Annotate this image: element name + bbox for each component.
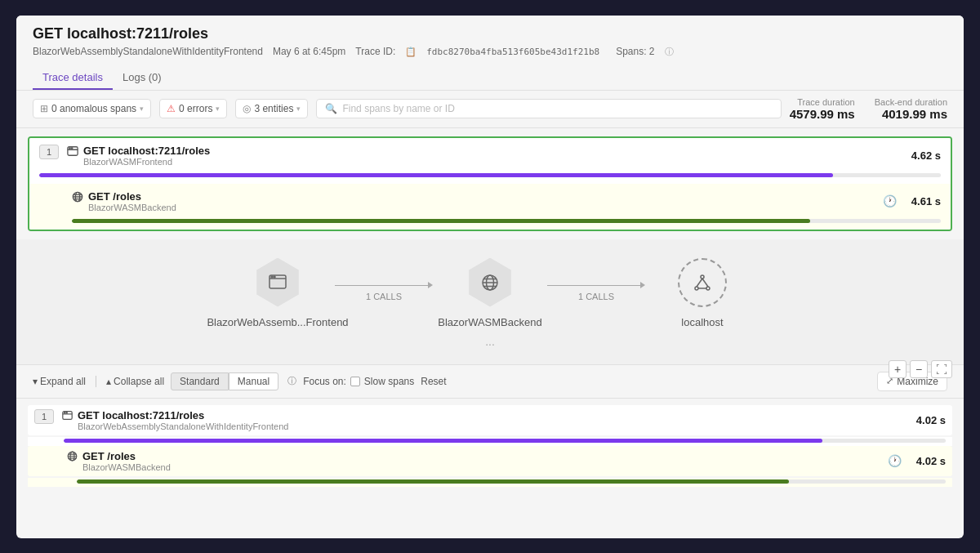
slow-spans-label: Slow spans <box>364 376 414 387</box>
trace-duration-label: Trace duration <box>790 97 855 107</box>
zoom-out-button[interactable]: − <box>910 360 928 378</box>
view-standard-button[interactable]: Standard <box>171 372 229 390</box>
connector-1: 1 CALLS <box>335 282 433 301</box>
zoom-fit-button[interactable] <box>931 360 952 378</box>
controls-bar: ▾ Expand all ▴ Collapse all Standard Man… <box>16 364 964 399</box>
chevron-down-icon2: ▾ <box>216 105 220 113</box>
span-duration-1: 4.62 s <box>902 149 941 162</box>
separator-1 <box>96 376 96 387</box>
service-node-backend[interactable]: BlazorWASMBackend <box>433 256 547 328</box>
svg-point-20 <box>706 287 710 290</box>
bottom-span-number-1: 1 <box>34 409 54 424</box>
bottom-span-name-1: GET localhost:7211/roles <box>78 409 906 421</box>
zoom-in-button[interactable]: + <box>889 360 906 378</box>
page-title: GET localhost:7211/roles <box>33 25 947 42</box>
entity-icon: ◎ <box>243 103 251 114</box>
connector-label-1: 1 CALLS <box>366 292 402 301</box>
tab-logs[interactable]: Logs (0) <box>113 66 172 90</box>
node-label-localhost: localhost <box>681 316 723 328</box>
spans-count: Spans: 2 <box>616 46 654 57</box>
search-placeholder: Find spans by name or ID <box>342 103 454 114</box>
error-icon: ⚠ <box>167 103 176 114</box>
trace-duration: Trace duration 4579.99 ms <box>790 97 855 121</box>
chevron-down-icon3: ▾ <box>296 105 301 113</box>
spotlight-section: 1 GET localhost:7211/roles BlazorWASMFro… <box>28 136 952 231</box>
service-name: BlazorWebAssemblyStandaloneWithIdentityF… <box>33 46 263 57</box>
header-meta: BlazorWebAssemblyStandaloneWithIdentityF… <box>33 46 947 58</box>
bottom-span-service-2: BlazorWASMBackend <box>82 462 888 472</box>
hexagon-backend <box>463 256 517 310</box>
info-icon: ⓘ <box>665 46 674 58</box>
hexagon-frontend <box>251 256 305 310</box>
entities-filter[interactable]: ◎ 3 entities ▾ <box>235 99 308 118</box>
errors-label: 0 errors <box>179 103 212 114</box>
clock-icon: 🕐 <box>883 194 897 207</box>
bottom-bar-fill-1 <box>64 439 822 443</box>
chevron-down-icon: ▾ <box>140 105 144 113</box>
collapse-all-label: Collapse all <box>114 376 164 387</box>
connector-2: 1 CALLS <box>547 282 645 301</box>
node-label-backend: BlazorWASMBackend <box>438 316 541 328</box>
svg-line-21 <box>697 279 702 287</box>
svg-point-27 <box>66 412 67 413</box>
bottom-span-row-2[interactable]: GET /roles BlazorWASMBackend 🕐 4.02 s <box>28 446 952 476</box>
anomalous-filter[interactable]: ⊞ 0 anomalous spans ▾ <box>33 99 151 118</box>
bar-fill-2 <box>72 219 810 223</box>
bottom-span-duration-2: 4.02 s <box>906 455 946 467</box>
expand-all-button[interactable]: ▾ Expand all <box>33 376 86 387</box>
service-map: BlazorWebAssemb...Frontend 1 CALLS <box>16 239 964 364</box>
anomalous-label: 0 anomalous spans <box>51 103 136 114</box>
bottom-span-name-2: GET /roles <box>82 450 888 462</box>
bottom-clock-icon: 🕐 <box>888 454 902 467</box>
bottom-span-row-1[interactable]: 1 GET localhost:7211/roles BlazorWebAsse… <box>28 405 952 435</box>
toolbar: ⊞ 0 anomalous spans ▾ ⚠ 0 errors ▾ ◎ 3 e… <box>16 91 964 128</box>
spotlight-span-1[interactable]: 1 GET localhost:7211/roles BlazorWASMFro… <box>29 138 951 173</box>
focus-group: Focus on: Slow spans <box>303 376 414 387</box>
bottom-browser-icon <box>62 410 73 423</box>
span-bar-2 <box>29 219 951 230</box>
copy-icon: 📋 <box>405 47 416 57</box>
hexagon-shape-3 <box>678 258 727 307</box>
globe-icon <box>72 191 83 205</box>
search-box[interactable]: 🔍 Find spans by name or ID <box>316 99 781 118</box>
span-bar-1 <box>29 173 951 184</box>
bar-fill-1 <box>39 173 833 177</box>
bottom-span-info-2: GET /roles BlazorWASMBackend <box>82 450 888 472</box>
svg-point-2 <box>69 147 70 148</box>
hexagon-localhost <box>675 256 729 310</box>
header: GET localhost:7211/roles BlazorWebAssemb… <box>16 16 964 91</box>
view-buttons: Standard Manual <box>171 372 278 390</box>
expand-all-label: Expand all <box>40 376 86 387</box>
slow-spans-checkbox[interactable] <box>350 377 360 386</box>
entities-label: 3 entities <box>254 103 293 114</box>
service-nodes: BlazorWebAssemb...Frontend 1 CALLS <box>220 256 760 328</box>
span-service-1: BlazorWASMFrontend <box>83 157 902 167</box>
bottom-bar-2 <box>28 478 952 487</box>
service-node-frontend[interactable]: BlazorWebAssemb...Frontend <box>220 256 335 328</box>
errors-filter[interactable]: ⚠ 0 errors ▾ <box>159 99 227 118</box>
backend-duration-label: Back-end duration <box>875 97 947 107</box>
search-icon: 🔍 <box>325 103 337 114</box>
focus-label: Focus on: <box>303 376 346 387</box>
span-service-2: BlazorWASMBackend <box>88 203 883 212</box>
span-number-1: 1 <box>39 145 59 159</box>
info-icon2: ⓘ <box>287 375 296 387</box>
reset-button[interactable]: Reset <box>421 376 446 387</box>
anomalous-icon: ⊞ <box>40 103 48 114</box>
svg-line-22 <box>702 279 708 287</box>
zoom-controls: + − <box>889 360 952 378</box>
ellipsis: ... <box>485 335 495 348</box>
spotlight-span-2[interactable]: GET /roles BlazorWASMBackend 🕐 4.61 s <box>29 184 951 219</box>
collapse-all-button[interactable]: ▴ Collapse all <box>106 376 164 387</box>
service-node-localhost[interactable]: localhost <box>645 256 760 328</box>
span-name-1: GET localhost:7211/roles <box>83 145 902 157</box>
trace-id: fdbc8270ba4fba513f605be43d1f21b8 <box>426 47 599 57</box>
trace-label: Trace ID: <box>355 46 395 57</box>
hexagon-shape-2 <box>466 258 514 307</box>
bottom-bar-1 <box>28 437 952 446</box>
svg-point-26 <box>65 412 65 413</box>
svg-point-12 <box>274 276 275 278</box>
bottom-bar-fill-2 <box>77 479 789 484</box>
view-manual-button[interactable]: Manual <box>229 372 278 390</box>
tab-trace-details[interactable]: Trace details <box>33 66 113 90</box>
